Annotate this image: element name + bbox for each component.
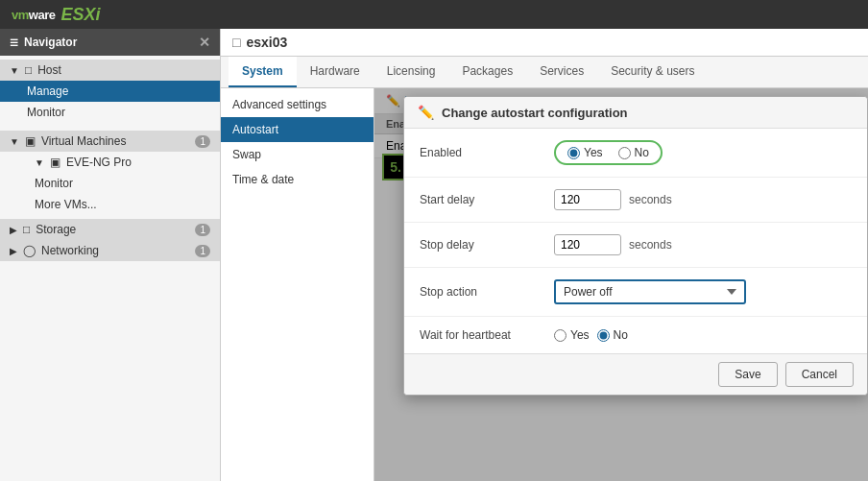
control-stop-action: Power off Suspend Shut down: [554, 279, 746, 304]
label-enabled: Enabled: [420, 146, 554, 159]
networking-badge: 1: [195, 245, 210, 257]
save-button[interactable]: Save: [718, 362, 777, 387]
modal-dialog: ✏️ Change autostart configuration Enable…: [403, 96, 868, 396]
tab-bar: System Hardware Licensing Packages Servi…: [221, 57, 868, 88]
tab-packages[interactable]: Packages: [448, 57, 526, 87]
modal-title: Change autostart configuration: [442, 106, 628, 120]
form-row-heartbeat: Wait for heartbeat Yes No: [404, 317, 867, 353]
sidebar-item-monitor[interactable]: Monitor: [0, 102, 220, 123]
eveng-icon: ▣: [50, 156, 60, 169]
start-delay-input[interactable]: [554, 189, 621, 210]
tab-hardware[interactable]: Hardware: [297, 57, 374, 87]
label-start-delay: Start delay: [420, 193, 554, 206]
sidebar-item-networking[interactable]: ▶ ◯ Networking 1: [0, 240, 220, 261]
heartbeat-yes-label: Yes: [570, 328, 590, 342]
nav-advanced-settings[interactable]: Advanced settings: [221, 92, 374, 117]
modal-footer: Save Cancel: [404, 353, 867, 395]
modal-overlay: ✏️ Change autostart configuration Enable…: [374, 88, 868, 481]
form-row-stop-delay: Stop delay seconds: [404, 223, 867, 268]
tab-system[interactable]: System: [229, 57, 297, 87]
content-area: □ esxi03 System Hardware Licensing Packa…: [221, 29, 868, 481]
content-header: □ esxi03: [221, 29, 868, 57]
control-heartbeat: Yes No: [554, 328, 628, 342]
heartbeat-yes-radio[interactable]: [554, 329, 567, 342]
tab-licensing[interactable]: Licensing: [374, 57, 449, 87]
label-heartbeat: Wait for heartbeat: [420, 328, 554, 342]
sidebar-more-vms-label: More VMs...: [35, 198, 97, 211]
nav-time-date[interactable]: Time & date: [221, 167, 374, 192]
enabled-yes-option[interactable]: Yes: [567, 146, 603, 159]
sidebar-eveng-label: EVE-NG Pro: [66, 156, 132, 169]
sidebar: ☰ Navigator ✕ ▼ □ Host Manage Monitor ▼ …: [0, 29, 221, 481]
label-stop-action: Stop action: [420, 285, 554, 299]
networking-icon: ◯: [23, 244, 36, 257]
sidebar-storage-label: Storage: [36, 223, 76, 236]
host-icon-header: □: [232, 35, 240, 50]
enabled-no-label: No: [635, 146, 649, 159]
enabled-yes-label: Yes: [584, 146, 603, 159]
stop-delay-unit: seconds: [629, 238, 672, 252]
sidebar-collapse-button[interactable]: ✕: [199, 35, 210, 50]
storage-icon: □: [23, 223, 30, 236]
vmware-logo: vmware: [12, 8, 55, 22]
heartbeat-no-radio[interactable]: [597, 329, 610, 342]
navigator-icon: ☰: [10, 37, 18, 48]
nav-autostart[interactable]: Autostart: [221, 117, 374, 142]
label-stop-delay: Stop delay: [420, 238, 554, 252]
sidebar-host-section: ▼ □ Host Manage Monitor: [0, 56, 220, 127]
sidebar-item-manage[interactable]: Manage: [0, 81, 220, 102]
form-row-start-delay: Start delay seconds: [404, 178, 867, 223]
sidebar-item-storage[interactable]: ▶ □ Storage 1: [0, 219, 220, 240]
enabled-radio-group: Yes No: [554, 140, 663, 165]
chevron-right-icon-networking: ▶: [10, 246, 17, 256]
esxi-logo: ESXi: [60, 5, 100, 25]
tab-security-users[interactable]: Security & users: [597, 57, 708, 87]
main-layout: ☰ Navigator ✕ ▼ □ Host Manage Monitor ▼ …: [0, 29, 868, 481]
enabled-yes-radio[interactable]: [567, 147, 580, 159]
sub-content: Advanced settings Autostart Swap Time & …: [221, 88, 868, 481]
sidebar-vms-label: Virtual Machines: [41, 134, 127, 148]
enabled-no-radio[interactable]: [618, 147, 631, 159]
cancel-button[interactable]: Cancel: [785, 362, 854, 387]
control-enabled: Yes No: [554, 140, 663, 165]
tab-services[interactable]: Services: [526, 57, 597, 87]
chevron-down-icon: ▼: [10, 65, 19, 76]
chevron-right-icon-storage: ▶: [10, 225, 17, 235]
stop-delay-input[interactable]: [554, 234, 621, 255]
vms-badge: 1: [195, 135, 210, 148]
host-icon: □: [25, 63, 32, 77]
modal-body: Enabled Yes: [404, 129, 867, 353]
control-stop-delay: seconds: [554, 234, 672, 255]
nav-swap[interactable]: Swap: [221, 142, 374, 167]
sidebar-item-vms-header[interactable]: ▼ ▣ Virtual Machines 1: [0, 131, 220, 152]
sidebar-title: Navigator: [24, 36, 77, 49]
sidebar-networking-label: Networking: [41, 244, 99, 257]
right-panel: ✏️ Edit settings Enabled Enabled No 5.: [374, 88, 868, 481]
content-title: esxi03: [246, 35, 287, 50]
heartbeat-no-label: No: [614, 328, 628, 342]
storage-badge: 1: [195, 224, 210, 236]
sidebar-vms-section: ▼ ▣ Virtual Machines 1 ▼ ▣ EVE-NG Pro Mo…: [0, 127, 220, 219]
sidebar-host-label: Host: [37, 63, 61, 77]
topbar: vmware ESXi: [0, 0, 868, 29]
sidebar-item-host-header[interactable]: ▼ □ Host: [0, 60, 220, 81]
sidebar-vm-monitor-label: Monitor: [35, 177, 73, 190]
pencil-icon-modal: ✏️: [418, 105, 434, 120]
vm-icon: ▣: [25, 134, 36, 148]
modal-header: ✏️ Change autostart configuration: [404, 97, 867, 129]
control-start-delay: seconds: [554, 189, 672, 210]
heartbeat-yes-option[interactable]: Yes: [554, 328, 590, 342]
form-row-stop-action: Stop action Power off Suspend Shut down: [404, 268, 867, 317]
sidebar-monitor-label: Monitor: [27, 106, 65, 119]
sidebar-item-more-vms[interactable]: More VMs...: [0, 194, 220, 215]
form-row-enabled: Enabled Yes: [404, 129, 867, 178]
left-nav: Advanced settings Autostart Swap Time & …: [221, 88, 374, 481]
chevron-down-icon-vms: ▼: [10, 136, 19, 147]
sidebar-item-vm-monitor[interactable]: Monitor: [0, 173, 220, 194]
enabled-no-option[interactable]: No: [618, 146, 649, 159]
sidebar-item-eveng[interactable]: ▼ ▣ EVE-NG Pro: [0, 152, 220, 173]
sidebar-header: ☰ Navigator ✕: [0, 29, 220, 56]
start-delay-unit: seconds: [629, 193, 672, 206]
stop-action-select[interactable]: Power off Suspend Shut down: [554, 279, 746, 304]
heartbeat-no-option[interactable]: No: [597, 328, 628, 342]
